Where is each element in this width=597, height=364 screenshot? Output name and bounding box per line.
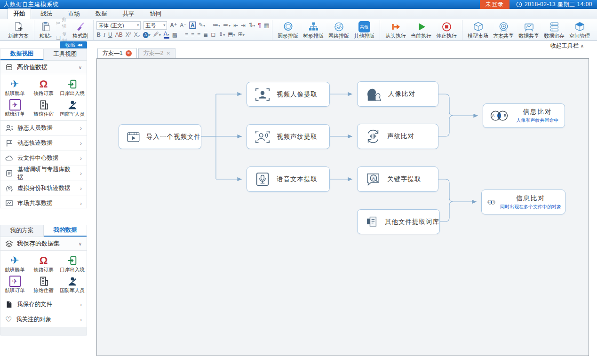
dataset-border-entry-exit[interactable]: 口岸出入境 (58, 76, 87, 97)
format-painter-button[interactable]: 格式刷 (70, 20, 90, 40)
table-button[interactable]: ▦ (264, 22, 269, 29)
node-info-compare-face-voice[interactable]: A B 信息比对 人像和声纹共同命中 (483, 103, 565, 128)
fill-button[interactable]: ⬒▾ (228, 31, 235, 39)
bold-button[interactable]: B (96, 32, 101, 38)
align-right-button[interactable]: ≡ (197, 32, 200, 38)
flight-order-icon: ✈ (9, 276, 21, 287)
distribute-button[interactable]: ⊟ (211, 32, 215, 38)
category-virtual-identity[interactable]: 虚拟身份和轨迹数据 › (0, 181, 87, 196)
plan-share-button[interactable]: 方案共享 (491, 20, 516, 40)
sort-button[interactable]: ⇅▾ (248, 22, 255, 29)
grow-font-button[interactable]: A⁺ (170, 22, 177, 29)
ribbon-tab-data[interactable]: 数据 (89, 8, 113, 19)
category-static-person[interactable]: 静态人员数据 › (0, 121, 87, 136)
ribbon-toolbar: 新建方案 粘贴▾ ✂ 剪切 ❏ 复制 (0, 19, 597, 41)
tab-tool-view[interactable]: 工具视图 (44, 49, 87, 60)
category-research-library[interactable]: 基础调研与专题库数据 › (0, 166, 87, 181)
run-current-button[interactable]: 当前执行 (408, 20, 434, 40)
dataset-flight-manifest[interactable]: ✈ 航班舱单 (0, 253, 29, 273)
superscript-button[interactable]: X² (126, 32, 131, 38)
bullet-list-button[interactable]: ≔▾ (213, 22, 220, 29)
data-share-button[interactable]: 数据共享 (516, 20, 541, 40)
tab-my-data[interactable]: 我的数据 (44, 225, 87, 237)
node-import-video[interactable]: 导入一个视频文件 (119, 124, 201, 149)
text-effects-button[interactable]: 🄰 (190, 22, 196, 29)
my-followed-objects[interactable]: ♡ 我关注的对象 › (0, 312, 87, 327)
paste-button[interactable]: 粘贴▾ (37, 20, 54, 40)
dataset-flight-manifest[interactable]: ✈ 航班舱单 (0, 76, 29, 97)
circle-layout-button[interactable]: 圆形排版 (275, 20, 301, 40)
outdent-button[interactable]: ⇤ (233, 22, 238, 29)
highlight-button[interactable]: 🖉▾ (153, 31, 161, 39)
indent-button[interactable]: ⇥ (241, 22, 246, 29)
font-color-button[interactable]: A▾ (164, 32, 169, 39)
my-saved-files[interactable]: 我保存的文件 › (0, 297, 87, 312)
font-size-select[interactable]: 五号 ▾ (143, 21, 167, 30)
number-list-button[interactable]: ≕▾ (223, 22, 231, 29)
space-manage-button[interactable]: 空间管理 (567, 20, 592, 40)
cut-button[interactable]: ✂ 剪切 (56, 16, 68, 30)
node-info-compare-multi-file[interactable]: A B 信息比对 同时出现在多个文件中的对象 (481, 190, 565, 214)
pilcrow-button[interactable]: ¶ (258, 22, 261, 29)
dataset-military-personnel[interactable]: 国防军人员 (58, 273, 87, 294)
ribbon-tab-collab[interactable]: 协同 (144, 8, 167, 19)
underline-button[interactable]: U (108, 32, 112, 38)
dataset-hotel-stay[interactable]: 旅馆住宿 (29, 273, 58, 294)
node-face-compare[interactable]: 人像比对 (357, 81, 438, 107)
shading-button[interactable]: ▩ (172, 32, 177, 38)
align-center-button[interactable]: ≡ (191, 32, 194, 38)
tab-plan-2[interactable]: 方案—2 ✕ (138, 48, 175, 58)
italic-button[interactable]: I (103, 32, 105, 38)
node-speech-text[interactable]: 语音文本提取 (247, 166, 330, 192)
category-dynamic-track[interactable]: 动态轨迹数据 › (0, 136, 87, 151)
datetime-display: 2018-02-13 星期三 14:00 (509, 0, 597, 8)
clear-format-button[interactable]: ✎▾ (199, 22, 205, 29)
sidebar-collapse-button[interactable]: 收缩 ◀◀ (60, 41, 87, 48)
high-value-data-header[interactable]: 高价值数据 ∨ (0, 61, 87, 74)
dataset-rail-ticket[interactable]: Ω 铁路订票 (29, 253, 58, 273)
stop-execution-button[interactable]: 停止执行 (434, 20, 459, 40)
line-spacing-button[interactable]: ⇕▾ (218, 31, 225, 39)
voiceprint-extract-icon (255, 129, 271, 144)
saved-datasets-header[interactable]: 我保存的数据集 ∨ (0, 237, 87, 251)
font-family-select[interactable]: 宋体 (正文) ▾ (96, 21, 141, 30)
new-plan-button[interactable]: 新建方案 (6, 20, 31, 40)
dataset-border-entry-exit[interactable]: 口岸出入境 (58, 253, 87, 273)
strikethrough-button[interactable]: AB (115, 32, 123, 38)
category-cloud-files[interactable]: 云文件中心数据 › (0, 151, 87, 166)
tab-data-view[interactable]: 数据视图 (0, 49, 44, 60)
justify-button[interactable]: ≣ (203, 32, 208, 38)
model-market-button[interactable]: 模型市场 (465, 20, 491, 40)
dataset-flight-order[interactable]: ✈ 航班订单 (0, 273, 29, 294)
tab-my-plans[interactable]: 我的方案 (0, 225, 44, 237)
node-face-extract[interactable]: 视频人像提取 (247, 82, 330, 107)
shrink-font-button[interactable]: A⁻ (180, 22, 186, 29)
login-status-badge[interactable]: 未登录 (480, 0, 509, 9)
ribbon-tab-start[interactable]: 开始 (8, 8, 31, 19)
subscript-button[interactable]: X₂ (134, 32, 140, 38)
data-retain-button[interactable]: 数据留存 (541, 20, 567, 40)
node-keyword-extract[interactable]: A 关键字提取 (357, 166, 438, 192)
flow-canvas[interactable]: 导入一个视频文件 视频人像提取 视频声纹提取 (96, 58, 589, 356)
dataset-flight-order[interactable]: ✈ 航班订单 (0, 97, 29, 118)
dataset-hotel-stay[interactable]: 旅馆住宿 (29, 97, 58, 118)
dataset-rail-ticket[interactable]: Ω 铁路订票 (29, 76, 58, 97)
category-market-shared[interactable]: 市场共享数据 › (0, 196, 87, 211)
close-tab-icon[interactable]: ✕ (126, 50, 132, 56)
border-button[interactable]: ⊞▾ (238, 31, 245, 39)
text-outline-button[interactable]: 🅐▾ (143, 31, 150, 39)
other-layout-button[interactable]: 其他 其他排版 (351, 20, 377, 40)
node-voice-extract[interactable]: 视频声纹提取 (247, 124, 330, 149)
collapse-toolbar-button[interactable]: 收起工具栏 ∧ (550, 42, 584, 50)
node-other-files[interactable]: 其他文件提取词库 (357, 209, 440, 234)
dataset-military-personnel[interactable]: 国防军人员 (58, 97, 87, 118)
run-from-start-button[interactable]: 从头执行 (383, 20, 408, 40)
ribbon-tab-share[interactable]: 共享 (117, 8, 140, 19)
tree-layout-button[interactable]: 树形排版 (301, 20, 326, 40)
close-tab-icon[interactable]: ✕ (166, 51, 170, 56)
ribbon-tab-tactics[interactable]: 战法 (35, 8, 58, 19)
align-left-button[interactable]: ≡ (185, 32, 188, 38)
tab-plan-1[interactable]: 方案—1 ✕ (97, 48, 137, 58)
network-layout-button[interactable]: 网络排版 (326, 20, 351, 40)
node-voice-compare[interactable]: 声纹比对 (357, 124, 438, 149)
